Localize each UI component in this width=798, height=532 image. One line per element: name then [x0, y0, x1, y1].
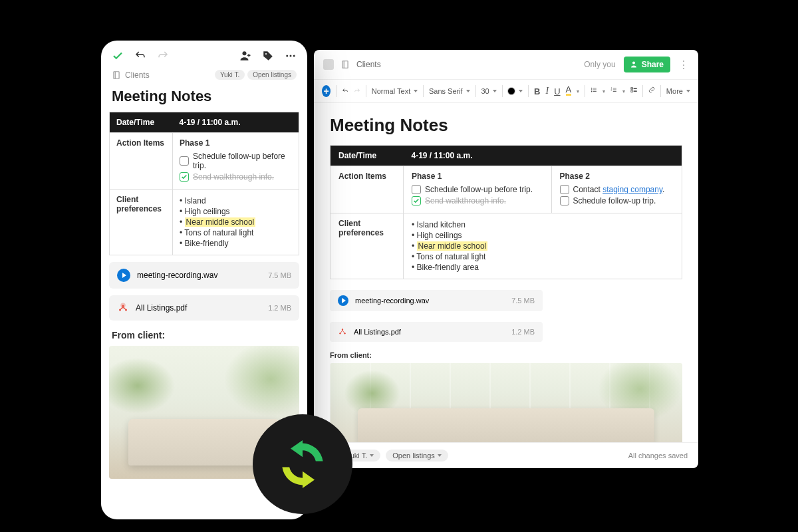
task-text: Schedule follow-up before trip. [193, 152, 292, 170]
underline-button[interactable]: U [554, 86, 560, 96]
paragraph-style-dropdown[interactable]: Normal Text [372, 87, 418, 95]
svg-text:2: 2 [610, 89, 612, 92]
attachment-pdf[interactable]: All Listings.pdf 1.2 MB [109, 295, 299, 321]
task-text: Send walkthrough info. [193, 172, 274, 182]
svg-point-6 [122, 305, 124, 307]
task-text: Send walkthrough info. [425, 196, 506, 205]
more-icon[interactable] [285, 50, 297, 62]
phase1-cell[interactable]: Phase 1 Schedule follow-up before trip. … [404, 166, 552, 213]
bullet-item: • Island [180, 196, 292, 205]
checkbox-icon[interactable] [560, 196, 569, 205]
italic-button[interactable]: I [545, 86, 549, 96]
bullet-item: • High ceilings [180, 207, 292, 216]
bullet-item: • Island kitchen [412, 220, 674, 229]
section-heading: From client: [101, 321, 307, 346]
task-text: Contact staging company. [573, 185, 665, 194]
highlight-button[interactable]: A [566, 86, 572, 95]
svg-point-13 [591, 91, 593, 92]
staging-link[interactable]: staging company [602, 185, 662, 194]
font-size-dropdown[interactable]: 30 [481, 87, 496, 95]
numbered-list-icon[interactable]: 12 [610, 86, 617, 96]
phase-heading: Phase 1 [180, 138, 292, 148]
meeting-table: Date/Time4-19 / 11:00 a.m. Action Items … [109, 112, 299, 255]
action-cell[interactable]: Phase 1 Schedule follow-up before trip. … [173, 133, 299, 190]
undo-icon[interactable] [342, 86, 348, 96]
bullet-item: • Bike-friendly area [412, 263, 674, 272]
insert-icon[interactable]: + [322, 85, 331, 97]
checkbox-icon[interactable] [412, 185, 421, 194]
more-formatting-dropdown[interactable]: More [666, 87, 690, 95]
checkbox-checked-icon[interactable] [180, 172, 189, 182]
more-vertical-icon[interactable]: ⋮ [678, 59, 689, 71]
visibility-label: Only you [584, 60, 615, 69]
tag-pill[interactable]: Yuki T. [215, 70, 245, 80]
svg-rect-24 [631, 90, 633, 92]
attachment-name: All Listings.pdf [136, 303, 187, 313]
svg-rect-23 [634, 88, 636, 89]
svg-rect-25 [634, 91, 636, 92]
th-value: 4-19 / 11:00 a.m. [173, 112, 299, 133]
note-title[interactable]: Meeting Notes [330, 115, 682, 136]
phase-heading: Phase 1 [412, 172, 543, 181]
attachment-audio[interactable]: meeting-recording.wav 7.5 MB [330, 290, 543, 311]
share-button[interactable]: Share [624, 57, 670, 72]
svg-point-10 [632, 62, 635, 65]
expand-icon[interactable] [323, 59, 334, 70]
bold-button[interactable]: B [534, 86, 540, 96]
save-status: All changes saved [628, 452, 688, 460]
checkbox-icon[interactable] [560, 185, 569, 194]
bullet-list-icon[interactable] [591, 86, 597, 96]
note-title[interactable]: Meeting Notes [101, 85, 307, 112]
mobile-toolbar [101, 41, 307, 67]
tag-pill[interactable]: Open listings [386, 450, 448, 462]
link-icon[interactable] [648, 86, 655, 96]
redo-icon[interactable] [354, 86, 360, 96]
tag-pill[interactable]: Open listings [247, 70, 297, 80]
section-heading: From client: [330, 351, 682, 359]
svg-point-11 [591, 88, 593, 89]
prefs-cell[interactable]: • Island • High ceilings • Near middle s… [173, 190, 299, 255]
row-label: Action Items [110, 133, 173, 190]
tag-add-icon[interactable] [262, 50, 274, 62]
svg-rect-15 [593, 90, 597, 90]
checklist-icon[interactable] [630, 86, 637, 96]
attachment-size: 7.5 MB [511, 297, 535, 305]
attachment-name: meeting-recording.wav [137, 271, 217, 280]
attachment-audio[interactable]: meeting-recording.wav 7.5 MB [109, 262, 299, 289]
client-photo[interactable] [330, 363, 682, 442]
meeting-table: Date/Time4-19 / 11:00 a.m. Action Items … [330, 145, 682, 279]
svg-rect-20 [613, 90, 616, 90]
attachment-size: 1.2 MB [511, 328, 535, 336]
undo-icon[interactable] [134, 50, 146, 62]
svg-point-0 [243, 51, 247, 55]
phase2-cell[interactable]: Phase 2 Contact staging company. Schedul… [551, 166, 682, 213]
row-label: Client preferences [110, 190, 173, 255]
sync-badge [253, 414, 352, 514]
format-toolbar: + Normal Text Sans Serif 30 B I U A ▾ ▾ … [314, 80, 698, 103]
editor-body[interactable]: Meeting Notes Date/Time4-19 / 11:00 a.m.… [314, 103, 698, 442]
play-icon[interactable] [338, 295, 348, 306]
share-person-icon[interactable] [239, 50, 251, 62]
attachment-name: meeting-recording.wav [355, 297, 429, 305]
notebook-name[interactable]: Clients [125, 70, 150, 80]
task-text: Schedule follow-up trip. [573, 196, 656, 205]
attachment-pdf[interactable]: All Listings.pdf 1.2 MB [330, 322, 543, 342]
checkbox-icon[interactable] [180, 156, 189, 166]
notebook-name[interactable]: Clients [356, 60, 381, 69]
font-family-dropdown[interactable]: Sans Serif [429, 87, 470, 95]
task-text: Schedule follow-up before trip. [425, 185, 533, 194]
play-icon[interactable] [117, 269, 130, 282]
pdf-icon [338, 327, 347, 336]
th-datetime: Date/Time [110, 112, 173, 133]
svg-rect-14 [593, 88, 597, 88]
row-label: Action Items [331, 166, 404, 213]
checkbox-checked-icon[interactable] [412, 196, 421, 205]
text-color-dropdown[interactable] [507, 87, 523, 95]
redo-icon[interactable] [157, 50, 169, 62]
confirm-icon[interactable] [112, 50, 124, 62]
bullet-item: • Near middle school [180, 217, 292, 227]
svg-point-1 [265, 53, 267, 55]
svg-point-2 [286, 55, 288, 57]
prefs-cell[interactable]: • Island kitchen • High ceilings • Near … [404, 213, 682, 279]
bullet-item: • Tons of natural light [180, 228, 292, 237]
